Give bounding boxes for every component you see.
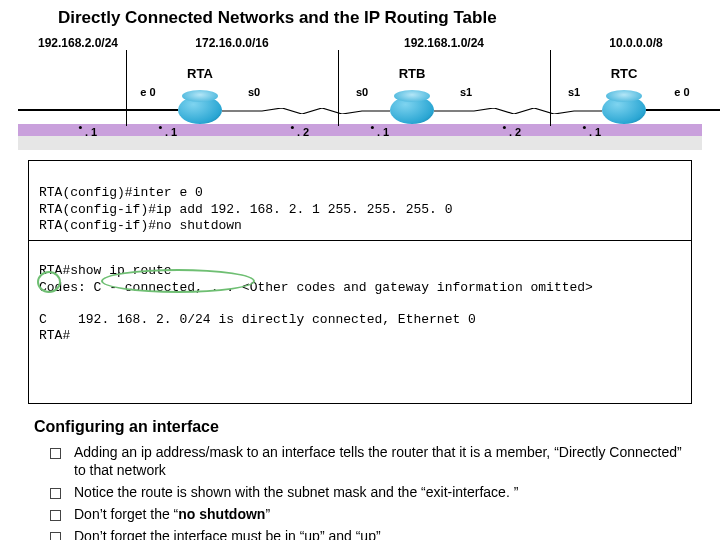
host-ip: . 1 <box>159 126 177 138</box>
router-label: RTA <box>187 66 213 81</box>
divider <box>29 240 691 241</box>
net-label: 172.16.0.0/16 <box>195 36 268 50</box>
cli-line: RTA(config-if)#ip add 192. 168. 2. 1 255… <box>39 202 452 217</box>
highlight-circle-icon <box>37 271 61 293</box>
highlight-circle-icon <box>101 269 255 293</box>
host-ip: . 1 <box>79 126 97 138</box>
net-label: 10.0.0.0/8 <box>609 36 662 50</box>
topbar-grey <box>18 136 702 150</box>
slide: Directly Connected Networks and the IP R… <box>0 0 720 540</box>
router-icon <box>178 96 222 124</box>
router-label: RTC <box>611 66 638 81</box>
divider <box>338 50 339 126</box>
host-ip: . 1 <box>371 126 389 138</box>
cli-line: RTA(config)#inter e 0 <box>39 185 203 200</box>
section-subheading: Configuring an interface <box>34 418 692 436</box>
if-label: s0 <box>248 86 260 98</box>
router-icon <box>602 96 646 124</box>
cli-line: RTA(config-if)#no shutdown <box>39 218 242 233</box>
bullet-text: Don’t forget the “ <box>74 506 178 522</box>
bullet-text: Notice the route is shown with the subne… <box>74 484 518 500</box>
net-label: 192.168.1.0/24 <box>404 36 484 50</box>
host-ip: . 2 <box>503 126 521 138</box>
if-label: s0 <box>356 86 368 98</box>
if-label: s1 <box>568 86 580 98</box>
list-item: Adding an ip address/mask to an interfac… <box>50 442 692 482</box>
bullet-text: Adding an ip address/mask to an interfac… <box>74 444 682 478</box>
router-icon <box>390 96 434 124</box>
page-title: Directly Connected Networks and the IP R… <box>58 8 692 28</box>
net-label: 192.168.2.0/24 <box>38 36 118 50</box>
if-label: e 0 <box>140 86 155 98</box>
cli-line: C 192. 168. 2. 0/24 is directly connecte… <box>39 312 476 327</box>
link-line <box>646 109 720 111</box>
divider <box>550 50 551 126</box>
if-label: s1 <box>460 86 472 98</box>
host-ip: . 1 <box>583 126 601 138</box>
serial-link-icon <box>222 108 390 114</box>
serial-link-icon <box>434 108 602 114</box>
bullet-list: Adding an ip address/mask to an interfac… <box>50 442 692 540</box>
list-item: Don’t forget the “no shutdown” <box>50 504 692 526</box>
bullet-text: Don’t forget the interface must be in “u… <box>74 528 381 540</box>
link-line <box>18 109 178 111</box>
list-item: Notice the route is shown with the subne… <box>50 482 692 504</box>
topology-diagram: 192.168.2.0/24 172.16.0.0/16 192.168.1.0… <box>18 34 702 154</box>
list-item: Don’t forget the interface must be in “u… <box>50 526 692 540</box>
bullet-text-bold: no shutdown <box>178 506 265 522</box>
cli-line: RTA# <box>39 328 70 343</box>
divider <box>126 50 127 126</box>
if-label: e 0 <box>674 86 689 98</box>
host-ip: . 2 <box>291 126 309 138</box>
terminal-output: RTA(config)#inter e 0 RTA(config-if)#ip … <box>28 160 692 404</box>
bullet-text: ” <box>265 506 270 522</box>
router-label: RTB <box>399 66 426 81</box>
